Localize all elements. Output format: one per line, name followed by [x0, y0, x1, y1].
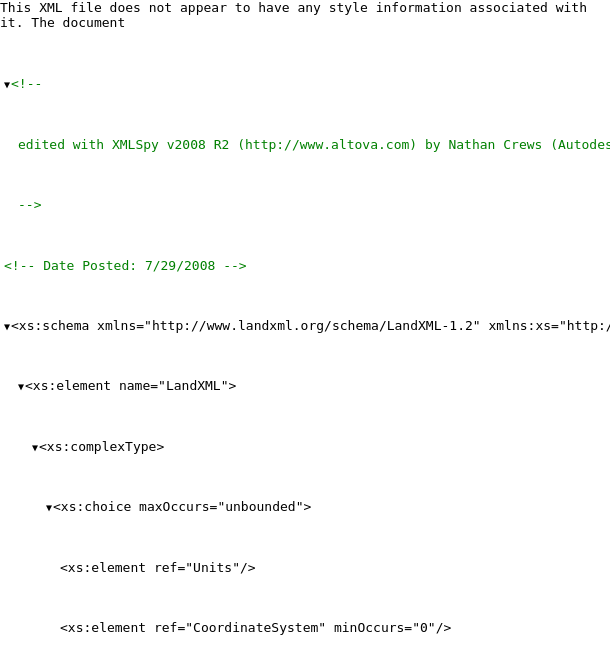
triangle-4[interactable]: ▼ [32, 440, 38, 456]
line-comment-close: --> [18, 195, 610, 215]
line-schema: ▼<xs:schema xmlns="http://www.landxml.or… [4, 316, 610, 336]
line-choice: ▼<xs:choice maxOccurs="unbounded"> [46, 497, 610, 517]
triangle-2[interactable]: ▼ [4, 319, 10, 335]
top-bar: This XML file does not appear to have an… [0, 0, 610, 30]
line-complextype: ▼<xs:complexType> [32, 437, 610, 457]
triangle-3[interactable]: ▼ [18, 379, 24, 395]
line-date-posted: <!-- Date Posted: 7/29/2008 --> [4, 256, 610, 276]
line-units: <xs:element ref="Units"/> [60, 558, 610, 578]
line-coordsys: <xs:element ref="CoordinateSystem" minOc… [60, 618, 610, 638]
line-comment-edited: edited with XMLSpy v2008 R2 (http://www.… [18, 135, 610, 155]
triangle-5[interactable]: ▼ [46, 500, 52, 516]
top-bar-text: This XML file does not appear to have an… [0, 0, 587, 30]
xml-content: ▼<!-- edited with XMLSpy v2008 R2 (http:… [0, 30, 610, 650]
line-element-landxml: ▼<xs:element name="LandXML"> [18, 376, 610, 396]
triangle-1[interactable]: ▼ [4, 77, 10, 93]
line-comment-open: ▼<!-- [4, 74, 610, 94]
